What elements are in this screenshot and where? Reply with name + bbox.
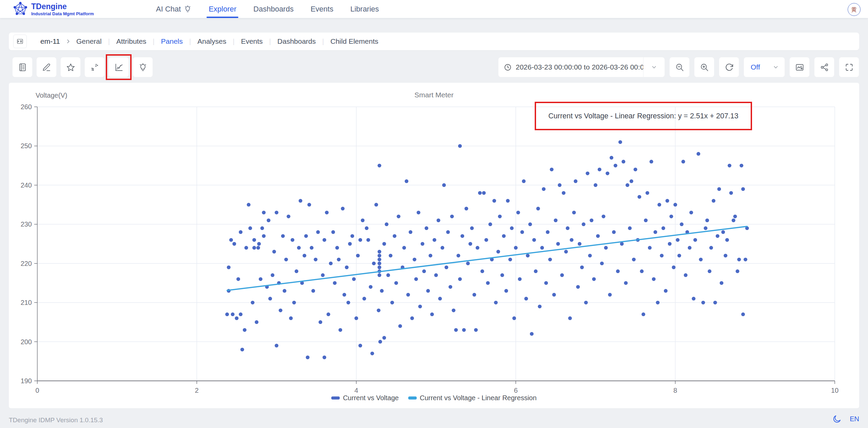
tab-dashboards[interactable]: Dashboards	[277, 37, 316, 45]
breadcrumb-bar: em-11 General | Attributes | Panels | An…	[9, 33, 859, 50]
tab-attributes[interactable]: Attributes	[116, 37, 146, 45]
svg-text:250: 250	[21, 142, 32, 150]
bulb-icon	[184, 5, 192, 13]
brand-subtitle: Industrial Data Mgmt Platform	[31, 12, 94, 16]
refresh-button[interactable]	[719, 57, 739, 77]
svg-text:230: 230	[21, 220, 32, 228]
tab-child-elements[interactable]: Child Elements	[331, 37, 378, 45]
nav-ai-chat[interactable]: AI Chat	[156, 0, 192, 18]
clock-icon	[504, 63, 512, 71]
tab-panels[interactable]: Panels	[161, 37, 183, 45]
breadcrumb-entity[interactable]: em-11	[40, 37, 60, 45]
chart-legend: Current vs Voltage Current vs Voltage - …	[9, 394, 859, 402]
tab-analyses[interactable]: Analyses	[197, 37, 226, 45]
svg-text:8: 8	[673, 387, 677, 394]
svg-text:10: 10	[831, 387, 839, 394]
legend-swatch-regression	[408, 396, 417, 400]
chevron-right-icon	[65, 39, 71, 44]
chart-regression-icon	[114, 63, 123, 72]
app-version: TDengine IDMP Version 1.0.15.3	[9, 416, 103, 424]
nav-explorer[interactable]: Explorer	[209, 0, 236, 18]
edit-panel-button[interactable]	[36, 57, 57, 77]
favorite-button[interactable]	[60, 57, 81, 77]
fullscreen-button[interactable]	[839, 57, 859, 77]
svg-text:220: 220	[21, 260, 32, 267]
svg-text:2: 2	[195, 387, 199, 394]
star-icon	[66, 63, 75, 72]
ai-insight-button[interactable]	[133, 57, 153, 77]
refresh-icon	[725, 63, 734, 72]
nav-explorer-label: Explorer	[209, 5, 236, 14]
top-header: TDengine Industrial Data Mgmt Platform A…	[0, 0, 868, 18]
nav-libraries[interactable]: Libraries	[350, 0, 379, 18]
zoom-in-button[interactable]	[694, 57, 714, 77]
main-nav: AI Chat Explorer Dashboards Events Libra…	[156, 0, 379, 18]
highlight-box-regression-equation: Current vs Voltage - Linear Regression: …	[535, 102, 752, 130]
fullscreen-icon	[845, 63, 854, 72]
share-button[interactable]	[814, 57, 834, 77]
scatter-view-button[interactable]	[84, 57, 105, 77]
brand-logo[interactable]: TDengine Industrial Data Mgmt Platform	[13, 2, 94, 17]
regression-analysis-button[interactable]	[108, 57, 129, 77]
moon-icon	[832, 414, 842, 424]
tab-divider: |	[189, 38, 191, 45]
regression-equation-text: Current vs Voltage - Linear Regression: …	[548, 112, 738, 120]
svg-text:4: 4	[354, 387, 358, 394]
export-image-icon	[795, 63, 804, 72]
scatter-icon	[90, 63, 99, 72]
svg-text:210: 210	[21, 299, 32, 306]
svg-text:200: 200	[21, 338, 32, 346]
legend-item-regression[interactable]: Current vs Voltage - Linear Regression	[408, 394, 537, 402]
scatter-plot: 1902002102202302402502600246810	[9, 83, 859, 408]
tab-divider: |	[233, 38, 234, 45]
notebook-icon	[18, 63, 27, 72]
legend-swatch-scatter	[331, 396, 340, 400]
auto-refresh-select[interactable]: Off	[744, 57, 785, 77]
tab-divider: |	[108, 38, 110, 45]
brand-name: TDengine	[31, 2, 94, 11]
svg-text:6: 6	[514, 387, 518, 394]
footer-right: EN	[832, 414, 859, 424]
svg-text:190: 190	[21, 377, 32, 385]
export-image-button[interactable]	[789, 57, 810, 77]
language-switch[interactable]: EN	[850, 415, 859, 423]
nav-dashboards[interactable]: Dashboards	[253, 0, 294, 18]
theme-toggle[interactable]	[832, 414, 842, 424]
time-range-caret[interactable]	[643, 57, 665, 77]
time-range-picker[interactable]: 2026-03-23 00:00:00 to 2026-03-26 00:00:	[498, 57, 665, 77]
tab-divider: |	[269, 38, 271, 45]
share-icon	[820, 63, 829, 72]
panel-list-button[interactable]	[12, 57, 33, 77]
legend-item-scatter[interactable]: Current vs Voltage	[331, 394, 399, 402]
user-avatar[interactable]: 黄	[848, 3, 861, 16]
panel-toolbar-left	[12, 57, 153, 77]
bulb-icon	[138, 63, 147, 72]
tab-divider: |	[153, 38, 155, 45]
nav-events[interactable]: Events	[311, 0, 333, 18]
avatar-initial: 黄	[851, 6, 857, 14]
svg-text:260: 260	[21, 103, 32, 111]
zoom-in-icon	[700, 63, 709, 72]
entity-tabs: General | Attributes | Panels | Analyses…	[76, 37, 378, 45]
panel-collapse-icon	[16, 38, 24, 45]
zoom-out-button[interactable]	[669, 57, 690, 77]
chevron-down-icon	[651, 64, 657, 71]
nav-libraries-label: Libraries	[350, 5, 379, 14]
nav-dashboards-label: Dashboards	[253, 5, 294, 14]
sidebar-toggle-button[interactable]	[13, 35, 27, 48]
auto-refresh-value: Off	[751, 63, 760, 71]
nav-ai-chat-label: AI Chat	[156, 5, 181, 14]
svg-text:240: 240	[21, 181, 32, 189]
tab-general[interactable]: General	[76, 37, 102, 45]
tab-divider: |	[322, 38, 324, 45]
tab-events[interactable]: Events	[241, 37, 263, 45]
chevron-down-icon	[772, 64, 779, 71]
legend-label-regression: Current vs Voltage - Linear Regression	[420, 394, 537, 402]
panel-chart-card: Voltage(V) Smart Meter 19020021022023024…	[9, 83, 859, 408]
nav-events-label: Events	[311, 5, 333, 14]
panel-toolbar-right: 2026-03-23 00:00:00 to 2026-03-26 00:00:…	[498, 57, 859, 77]
svg-text:0: 0	[35, 387, 39, 394]
legend-label-scatter: Current vs Voltage	[343, 394, 399, 402]
edit-icon	[42, 63, 51, 72]
zoom-out-icon	[675, 63, 684, 72]
